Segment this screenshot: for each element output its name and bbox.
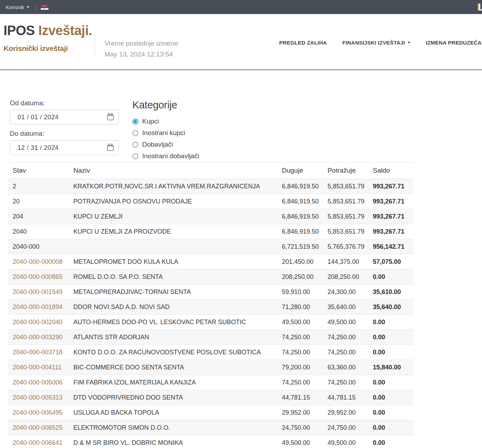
radio-option-inostrani-dobavljaci[interactable]: Inostrani dobavljači	[132, 153, 199, 160]
row-saldo: 0.00	[373, 379, 414, 386]
row-naziv: METALOPRERADJIVAC-TORNAI SENTA	[73, 288, 282, 296]
row-duguje: 49,500.00	[282, 319, 328, 326]
nav-item-finansijski-izvestaji[interactable]: FINANSIJSKI IZVEŠTAJI	[342, 40, 410, 46]
row-stav[interactable]: 2040-000-000008	[13, 258, 62, 265]
user-menu-label: Korisnik	[6, 4, 24, 10]
last-change-info: Vreme poslednje izmene: May 13, 2024 12:…	[105, 38, 180, 60]
row-potrazuje: 74,250.00	[328, 379, 373, 386]
table-row: 2 KRATKOR.POTR,NOVC.SR.I AKTIVNA VREM.RA…	[8, 179, 414, 194]
radio-option-kupci[interactable]: Kupci	[132, 118, 199, 125]
calendar-icon[interactable]	[107, 145, 114, 151]
row-potrazuje: 24,300.00	[328, 288, 373, 296]
row-saldo: 0.00	[373, 273, 414, 281]
row-stav: 2040-000	[13, 243, 39, 250]
row-duguje: 49,500.00	[282, 439, 328, 447]
row-saldo: 0.00	[373, 319, 414, 326]
row-saldo: 993,267.71	[373, 183, 414, 190]
nav-item-izmena-preduzeca[interactable]: IZMENA PREDUZEĆA	[426, 40, 482, 46]
row-naziv: POTRAZIVANJA PO OSNOVU PRODAJE	[73, 198, 282, 205]
row-stav[interactable]: 2040-000-001549	[13, 288, 62, 295]
row-potrazuje: 44,781.15	[328, 394, 373, 401]
to-date-label: Do datuma:	[10, 130, 119, 138]
radio-icon-selected[interactable]	[132, 119, 138, 125]
row-stav[interactable]: 2040-000-000865	[13, 273, 62, 280]
table-row: 2040-000-001549 METALOPRERADJIVAC-TORNAI…	[8, 285, 414, 300]
last-change-label: Vreme poslednje izmene:	[105, 38, 180, 49]
row-duguje: 29,952.00	[282, 409, 328, 416]
row-stav[interactable]: 2040-000-004111	[13, 364, 61, 371]
calendar-icon[interactable]	[107, 114, 114, 120]
row-duguje: 74,250.00	[282, 334, 328, 341]
row-duguje: 6,846,919.50	[282, 228, 328, 235]
row-saldo: 993,267.71	[373, 228, 414, 235]
row-stav[interactable]: 2040-000-005006	[13, 379, 62, 386]
row-duguje: 74,250.00	[282, 379, 328, 386]
row-saldo: 993,267.71	[373, 198, 414, 205]
brand-primary: IPOS	[4, 23, 35, 38]
row-stav[interactable]: 2040-000-002040	[13, 319, 62, 326]
radio-icon[interactable]	[132, 142, 138, 148]
table-row: 2040 KUPCI U ZEMLJI ZA PROIZVODE 6,846,9…	[8, 224, 414, 239]
row-duguje: 71,280.00	[282, 303, 328, 311]
row-stav[interactable]: 2040-000-006641	[13, 439, 62, 446]
date-filters: Od datuma: 01 / 01 / 2024 Do datuma: 12 …	[10, 99, 119, 160]
column-header-saldo: Saldo	[373, 167, 414, 174]
row-stav[interactable]: 2040-000-001894	[13, 303, 62, 310]
nav-item-pregled-zaliha[interactable]: PREGLED ZALIHA	[279, 40, 327, 46]
serbian-flag-icon[interactable]	[41, 5, 48, 10]
row-stav: 2	[13, 183, 16, 190]
row-potrazuje: 74,250.00	[328, 334, 373, 341]
row-duguje: 6,721,519.50	[282, 243, 328, 250]
row-saldo: 35,610.00	[373, 288, 414, 296]
categories-section: Kategorije Kupci Inostrani kupci Dobavlj…	[132, 99, 199, 164]
row-stav[interactable]: 2040-000-003718	[13, 349, 62, 356]
row-potrazuje: 5,853,651.79	[328, 213, 373, 220]
user-menu-dropdown[interactable]: Korisnik	[6, 4, 29, 10]
row-naziv: DTD VODOPRIVREDNO DOO SENTA	[73, 394, 282, 401]
brand-secondary: Izveštaji.	[38, 23, 92, 38]
row-potrazuje: 5,765,376.79	[328, 243, 373, 250]
last-change-value: May 13, 2024 12:13:54	[105, 49, 180, 60]
row-stav[interactable]: 2040-000-003290	[13, 334, 62, 341]
row-stav[interactable]: 2040-000-006525	[13, 424, 62, 431]
row-duguje: 6,846,919.50	[282, 198, 328, 205]
row-duguje: 59,910.00	[282, 288, 328, 296]
table-row: 20 POTRAZIVANJA PO OSNOVU PRODAJE 6,846,…	[8, 194, 414, 209]
row-potrazuje: 144,375.00	[328, 258, 373, 266]
radio-option-dobavljaci[interactable]: Dobavljači	[132, 141, 199, 148]
from-date-label: Od datuma:	[10, 99, 119, 107]
row-saldo: 0.00	[373, 394, 414, 401]
row-naziv: USLUGA AD BACKA TOPOLA	[73, 409, 282, 416]
row-duguje: 6,846,919.50	[282, 213, 328, 220]
table-row: 2040-000-002040 AUTO-HERMES DOO-PO VL. L…	[8, 315, 414, 330]
chevron-down-icon	[408, 42, 410, 44]
row-duguje: 44,781.15	[282, 394, 328, 401]
row-potrazuje: 5,853,651.79	[328, 228, 373, 235]
row-stav: 20	[13, 198, 20, 205]
row-stav: 204	[13, 213, 23, 220]
to-date-input[interactable]: 12 / 31 / 2024	[10, 140, 119, 155]
main-nav: PREGLED ZALIHA FINANSIJSKI IZVEŠTAJI IZM…	[279, 40, 482, 46]
radio-icon[interactable]	[132, 153, 138, 159]
row-saldo: 0.00	[373, 439, 414, 447]
row-potrazuje: 5,853,651.79	[328, 198, 373, 205]
row-naziv: ELEKTROMOTOR SIMON D.O.O.	[73, 424, 282, 432]
radio-icon[interactable]	[132, 130, 138, 136]
table-row: 2040-000-006525 ELEKTROMOTOR SIMON D.O.O…	[8, 420, 414, 435]
row-duguje: 6,846,919.50	[282, 183, 328, 190]
row-stav[interactable]: 2040-000-006495	[13, 409, 62, 416]
to-date-value: 12 / 31 / 2024	[18, 144, 107, 152]
from-date-input[interactable]: 01 / 01 / 2024	[10, 110, 119, 125]
row-stav[interactable]: 2040-000-005313	[13, 394, 62, 401]
radio-option-inostrani-kupci[interactable]: Inostrani kupci	[132, 129, 199, 136]
row-potrazuje: 49,500.00	[328, 439, 373, 447]
row-naziv: AUTO-HERMES DOO-PO VL. LESKOVAC PETAR SU…	[73, 319, 282, 326]
row-saldo: 993,267.71	[373, 213, 414, 220]
row-potrazuje: 74,250.00	[328, 349, 373, 356]
table-row: 2040-000-004111 BIC-COMMERCE DOO SENTA S…	[8, 360, 414, 375]
row-naziv: KUPCI U ZEMLJI ZA PROIZVODE	[73, 228, 282, 235]
row-naziv: KUPCI U ZEMLJI	[73, 213, 282, 220]
brand-subtitle: Korisnički izveštaji	[4, 44, 68, 53]
brand-logo: IPOS Izveštaji.	[4, 23, 92, 38]
table-row: 2040-000-003718 KONTO D.O.O. ZA RACUNOVO…	[8, 345, 414, 360]
